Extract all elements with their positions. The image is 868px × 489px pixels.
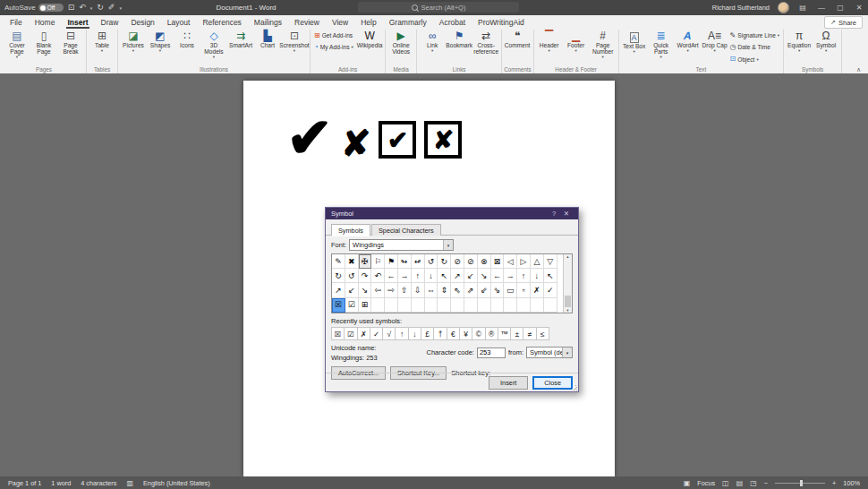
symbol-cell[interactable]: ⊘	[464, 254, 478, 269]
symbol-cell[interactable]: ✎	[332, 254, 345, 269]
search-input[interactable]: Search (Alt+Q)	[358, 2, 519, 13]
recent-symbol-cell[interactable]: ©	[472, 327, 485, 341]
scroll-up-icon[interactable]: ▴	[566, 254, 568, 259]
character-code-input[interactable]	[477, 347, 506, 358]
bookmark-button[interactable]: ⚑ Bookmark	[446, 30, 472, 65]
tab-home[interactable]: Home	[29, 15, 62, 29]
grid-scrollbar[interactable]: ▴ ▾	[563, 254, 572, 313]
header-button[interactable]: ▔ Header ▾	[536, 30, 563, 65]
tab-help[interactable]: Help	[354, 15, 382, 29]
customize-qat-icon[interactable]: ▾	[119, 5, 122, 11]
symbol-cell[interactable]: ↑	[517, 269, 531, 283]
recent-symbol-cell[interactable]: ¥	[459, 327, 472, 341]
recent-symbol-cell[interactable]: ™	[498, 327, 511, 341]
symbol-cell[interactable]: ▽	[544, 254, 557, 269]
symbol-cell[interactable]: ↗	[332, 283, 345, 297]
dialog-tab-symbols[interactable]: Symbols	[331, 224, 370, 236]
scroll-down-icon[interactable]: ▾	[566, 308, 568, 313]
symbol-cell[interactable]	[531, 298, 544, 313]
symbol-cell[interactable]: ▷	[517, 254, 531, 269]
3d-models-button[interactable]: ◇ 3D Models ▾	[200, 30, 227, 65]
close-icon[interactable]: ✕	[854, 4, 864, 12]
get-add-ins-button[interactable]: ⊞ Get Add-ins	[312, 30, 356, 41]
equation-button[interactable]: π Equation ▾	[786, 30, 813, 65]
font-select[interactable]: Wingdings ▾	[349, 239, 454, 251]
symbol-cell[interactable]	[491, 298, 505, 313]
close-button[interactable]: Close	[532, 376, 573, 390]
zoom-slider[interactable]	[775, 483, 825, 484]
online-videos-button[interactable]: ▶ Online Videos	[387, 30, 414, 65]
symbol-cell[interactable]: ↷	[359, 269, 372, 283]
recent-symbol-cell[interactable]: ☒	[331, 327, 345, 341]
tab-file[interactable]: File	[4, 15, 29, 29]
print-layout-icon[interactable]: ▤	[736, 479, 744, 487]
zoom-level[interactable]: 100%	[843, 479, 860, 487]
wordart-button[interactable]: A WordArt ▾	[675, 30, 702, 65]
my-add-ins-button[interactable]: ◔ My Add-ins ▾	[312, 41, 356, 53]
date-time-button[interactable]: ◷ Date & Time	[728, 41, 782, 53]
recent-symbol-cell[interactable]: ≤	[536, 327, 549, 341]
redo-icon[interactable]: ↻	[97, 4, 104, 12]
symbol-cell[interactable]: ←	[385, 269, 398, 283]
symbol-cell[interactable]: ↺	[345, 269, 359, 283]
zoom-in-button[interactable]: +	[832, 479, 836, 487]
symbol-cell[interactable]: ⚐	[371, 254, 385, 269]
recent-symbol-cell[interactable]: ≠	[523, 327, 536, 341]
proofing-icon[interactable]: ▥	[126, 479, 133, 487]
table-button[interactable]: ⊞ Table ▾	[89, 30, 115, 65]
quick-parts-button[interactable]: ≣ Quick Parts ▾	[648, 30, 675, 65]
symbol-cell[interactable]: ⇘	[491, 283, 505, 297]
symbol-cell[interactable]: ↖	[438, 269, 451, 283]
symbol-cell[interactable]: ☒	[332, 298, 345, 313]
cover-page-button[interactable]: ▤ Cover Page ▾	[4, 30, 30, 65]
symbol-cell[interactable]	[438, 298, 451, 313]
drop-cap-button[interactable]: A≡ Drop Cap ▾	[702, 30, 728, 65]
symbol-cell[interactable]: ⊞	[359, 298, 372, 313]
avatar[interactable]	[778, 2, 789, 13]
recent-symbol-cell[interactable]: ↓	[408, 327, 421, 341]
character-count[interactable]: 4 characters	[81, 479, 116, 487]
symbol-button[interactable]: Ω Symbol ▾	[813, 30, 839, 65]
symbol-cell[interactable]	[544, 298, 557, 313]
icons-button[interactable]: ∷ Icons	[174, 30, 200, 65]
symbol-cell[interactable]: ✠	[359, 254, 372, 269]
help-icon[interactable]: ?	[548, 210, 560, 218]
minimize-icon[interactable]: —	[816, 4, 827, 12]
page-break-button[interactable]: ⊟ Page Break	[57, 30, 84, 65]
recent-symbol-cell[interactable]: ✓	[370, 327, 383, 341]
symbol-cell[interactable]	[517, 298, 531, 313]
symbol-cell[interactable]: ↓	[531, 269, 544, 283]
tab-layout[interactable]: Layout	[161, 15, 197, 29]
recent-symbol-cell[interactable]: ☑	[344, 327, 357, 341]
tab-draw[interactable]: Draw	[95, 15, 125, 29]
symbol-cell[interactable]: ↖	[544, 269, 557, 283]
symbol-cell[interactable]: →	[504, 269, 517, 283]
symbol-cell[interactable]: ⇦	[371, 283, 385, 297]
comment-button[interactable]: ❝ Comment	[504, 30, 531, 65]
scrollbar-thumb[interactable]	[565, 296, 571, 307]
blank-page-button[interactable]: ▯ Blank Page	[30, 30, 57, 65]
word-count[interactable]: 1 word	[51, 479, 71, 487]
wikipedia-button[interactable]: W Wikipedia	[356, 30, 383, 65]
symbol-cell[interactable]: ⇖	[451, 283, 464, 297]
screenshot-button[interactable]: ⊡ Screenshot ▾	[281, 30, 308, 65]
zoom-out-button[interactable]: −	[764, 479, 768, 487]
symbol-cell[interactable]	[504, 298, 517, 313]
recent-symbol-cell[interactable]: †	[433, 327, 447, 341]
zoom-slider-thumb[interactable]	[800, 480, 803, 486]
symbol-cell[interactable]	[464, 298, 478, 313]
tab-design[interactable]: Design	[124, 15, 160, 29]
web-layout-icon[interactable]: ◳	[750, 479, 757, 487]
symbol-cell[interactable]: ⇔	[425, 283, 438, 297]
tab-prowritingaid[interactable]: ProWritingAid	[472, 15, 531, 29]
symbol-cell[interactable]: ↻	[332, 269, 345, 283]
symbol-cell[interactable]: ↙	[464, 269, 478, 283]
symbol-cell[interactable]: ↘	[478, 269, 491, 283]
ribbon-display-options-icon[interactable]: ▤	[797, 4, 808, 12]
pictures-button[interactable]: ◪ Pictures ▾	[120, 30, 147, 65]
link-button[interactable]: ∞ Link ▾	[419, 30, 446, 65]
symbol-cell[interactable]: ↶	[371, 269, 385, 283]
resize-grip[interactable]	[571, 384, 577, 390]
symbol-cell[interactable]: ⇧	[398, 283, 412, 297]
collapse-ribbon-icon[interactable]: ∧	[856, 66, 861, 73]
